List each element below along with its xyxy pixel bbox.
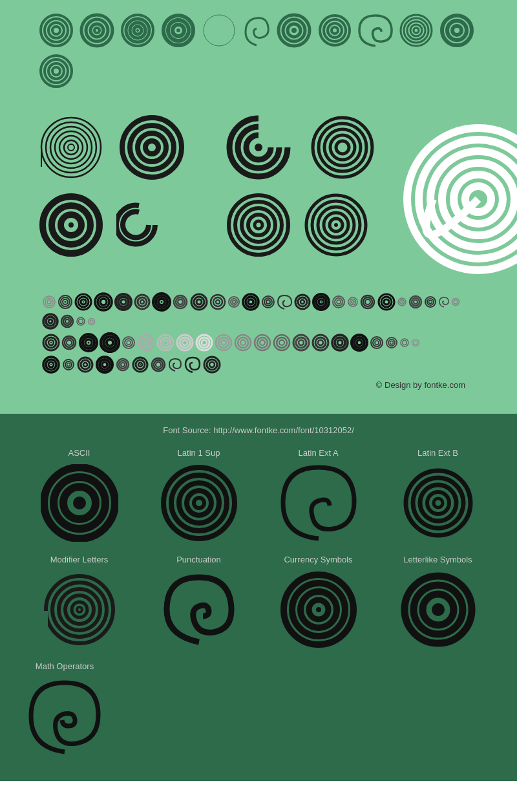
latin1sup-spiral	[160, 464, 238, 542]
latinexta-spiral	[280, 464, 357, 542]
svg-point-155	[46, 317, 55, 326]
svg-point-68	[248, 215, 269, 235]
header-spiral-7	[277, 13, 312, 48]
svg-point-209	[315, 337, 326, 348]
svg-point-58	[69, 222, 74, 228]
currencysymbols-label: Currency Symbols	[284, 555, 352, 564]
svg-point-282	[432, 603, 445, 616]
svg-point-6	[90, 24, 103, 37]
svg-point-147	[412, 298, 419, 306]
svg-point-150	[427, 299, 434, 305]
svg-point-195	[221, 340, 226, 345]
svg-point-100	[138, 297, 147, 306]
display-spiral-7	[226, 193, 291, 257]
small-spirals-strip	[39, 292, 478, 374]
svg-point-22	[204, 15, 235, 46]
svg-point-162	[89, 318, 95, 325]
svg-point-185	[160, 337, 171, 348]
svg-point-95	[100, 299, 107, 305]
svg-point-262	[406, 471, 470, 535]
svg-point-130	[321, 301, 322, 303]
latinextb-spiral	[399, 464, 477, 542]
svg-point-42	[52, 67, 60, 75]
svg-point-31	[401, 15, 432, 46]
category-grid-row1: ASCII Latin 1 Sup Latin Ext A	[26, 448, 491, 542]
svg-point-59	[255, 144, 262, 151]
svg-point-278	[316, 607, 321, 612]
svg-point-207	[299, 340, 304, 345]
header-spiral-12	[39, 54, 74, 89]
svg-point-161	[79, 319, 83, 324]
svg-point-251	[207, 359, 217, 370]
svg-point-213	[337, 340, 343, 345]
category-mathoperators: Math Operators	[26, 661, 103, 755]
svg-point-252	[209, 362, 215, 367]
svg-point-186	[163, 340, 168, 345]
latinexta-label: Latin Ext A	[298, 448, 338, 458]
svg-point-204	[279, 340, 284, 345]
svg-point-141	[381, 297, 392, 307]
svg-point-194	[218, 337, 229, 348]
latinextb-label: Latin Ext B	[417, 448, 458, 458]
svg-point-2	[48, 23, 64, 38]
letterlikesymbols-spiral	[399, 571, 477, 648]
svg-point-21	[216, 28, 222, 33]
svg-point-236	[83, 363, 87, 367]
header-spiral-8	[317, 13, 353, 48]
svg-point-92	[83, 301, 84, 303]
svg-point-7	[94, 28, 100, 33]
svg-point-189	[182, 340, 187, 345]
category-latinexta: Latin Ext A	[265, 448, 372, 542]
header-spiral-6	[242, 13, 271, 48]
header-spiral-10	[399, 13, 434, 48]
svg-point-153	[454, 300, 458, 304]
svg-point-179	[125, 339, 132, 347]
category-grid-row2: Modifier Letters Punctuation Currency Sy	[26, 555, 491, 648]
svg-point-230	[50, 364, 52, 365]
svg-point-163	[90, 320, 93, 323]
svg-point-271	[72, 602, 87, 617]
svg-point-44	[46, 122, 96, 173]
svg-point-111	[196, 299, 202, 304]
credit-text: © Design by fontke.com	[39, 374, 478, 393]
header-spirals-row	[39, 13, 478, 89]
display-spiral-8	[301, 193, 372, 257]
svg-point-114	[216, 300, 220, 304]
svg-point-97	[118, 297, 129, 307]
svg-point-239	[102, 362, 107, 367]
svg-point-132	[335, 298, 343, 306]
currencysymbols-spiral	[280, 571, 357, 648]
svg-point-152	[452, 299, 459, 306]
svg-point-101	[140, 300, 144, 304]
svg-point-221	[388, 339, 395, 346]
display-spiral-large-white	[401, 109, 517, 283]
svg-point-182	[141, 337, 151, 348]
svg-point-233	[67, 363, 70, 367]
header-spiral-9	[358, 13, 394, 48]
svg-point-65	[229, 195, 288, 255]
svg-point-170	[67, 340, 72, 345]
font-source-text: Font Source: http://www.fontke.com/font/…	[26, 420, 491, 448]
svg-point-63	[330, 135, 355, 160]
mathoperators-label: Math Operators	[36, 661, 94, 671]
header-spiral-4	[161, 13, 196, 48]
svg-point-192	[202, 340, 207, 345]
svg-point-34	[410, 25, 422, 36]
svg-point-261	[194, 498, 204, 508]
svg-point-216	[357, 340, 362, 345]
svg-point-53	[138, 133, 166, 162]
svg-point-226	[414, 341, 417, 345]
svg-point-174	[88, 342, 90, 344]
svg-point-110	[194, 297, 204, 307]
svg-point-116	[231, 299, 237, 305]
svg-point-113	[213, 297, 222, 306]
svg-point-69	[255, 221, 262, 229]
svg-point-120	[248, 299, 253, 304]
category-grid-row3: Math Operators	[26, 661, 491, 755]
svg-point-246	[140, 364, 141, 365]
svg-point-135	[350, 299, 356, 305]
svg-point-75	[334, 223, 338, 227]
svg-point-201	[260, 340, 265, 345]
svg-point-198	[240, 340, 246, 345]
header-spiral-3	[120, 13, 156, 48]
